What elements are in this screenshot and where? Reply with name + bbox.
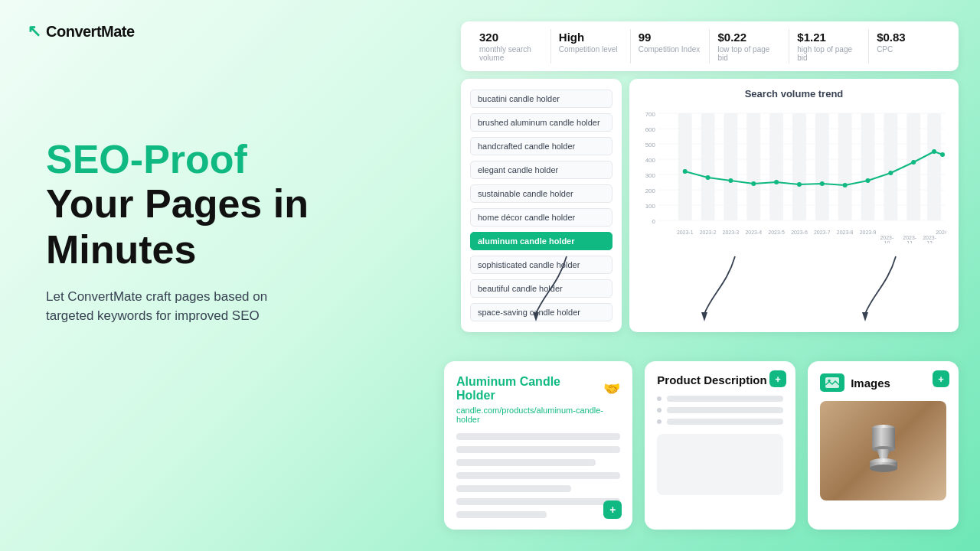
svg-text:2024-1: 2024-1 xyxy=(936,230,946,235)
svg-point-35 xyxy=(843,183,848,187)
svg-rect-17 xyxy=(701,113,715,220)
product-card-url: candle.com/products/aluminum-candle-hold… xyxy=(456,406,620,424)
svg-text:12: 12 xyxy=(926,240,933,243)
svg-rect-20 xyxy=(769,113,783,220)
placeholder-line xyxy=(456,472,620,479)
svg-marker-57 xyxy=(533,312,539,321)
svg-text:2023-9: 2023-9 xyxy=(860,230,877,235)
svg-text:2023-4: 2023-4 xyxy=(745,230,762,235)
placeholder-line xyxy=(456,498,620,505)
placeholder-line xyxy=(456,459,596,466)
desc-bullet xyxy=(657,396,783,402)
keyword-item[interactable]: elegant candle holder xyxy=(470,161,612,179)
svg-point-28 xyxy=(683,169,688,174)
keyword-item[interactable]: home décor candle holder xyxy=(470,208,612,227)
bullet-line xyxy=(667,419,783,425)
svg-text:2023-: 2023- xyxy=(903,235,916,240)
stat-item-2: 99 Competition Index xyxy=(631,29,710,64)
bullet-line xyxy=(667,407,783,413)
stat-item-5: $0.83 CPC xyxy=(869,29,948,64)
chart-title: Search volume trend xyxy=(642,88,946,99)
logo: ↗ ConvertMate xyxy=(28,21,135,41)
placeholder-line xyxy=(456,485,571,492)
svg-text:2023-5: 2023-5 xyxy=(768,230,785,235)
svg-rect-26 xyxy=(906,113,920,220)
svg-rect-21 xyxy=(792,113,806,220)
svg-text:300: 300 xyxy=(645,172,656,179)
svg-text:2023-: 2023- xyxy=(923,235,936,240)
svg-point-40 xyxy=(940,152,945,157)
svg-rect-25 xyxy=(884,113,897,220)
svg-point-32 xyxy=(774,180,779,184)
svg-text:10: 10 xyxy=(884,240,890,243)
bullet-line xyxy=(667,396,783,402)
svg-text:400: 400 xyxy=(645,157,656,164)
svg-text:2023-6: 2023-6 xyxy=(791,230,808,235)
logo-text: ConvertMate xyxy=(46,23,135,41)
svg-rect-16 xyxy=(678,113,692,220)
images-card: + Images xyxy=(808,361,959,530)
svg-rect-24 xyxy=(861,113,875,220)
svg-text:2023-: 2023- xyxy=(880,235,893,240)
svg-rect-27 xyxy=(927,113,941,220)
stat-label: CPC xyxy=(877,45,940,54)
stat-value: $1.21 xyxy=(797,31,861,44)
placeholder-line xyxy=(456,433,620,440)
bullet-dot xyxy=(657,419,662,424)
svg-text:600: 600 xyxy=(645,126,656,133)
hero-title-green: SEO-Proof xyxy=(46,138,429,181)
stat-value: $0.83 xyxy=(877,31,940,44)
hero-title-black: Your Pages in Minutes xyxy=(46,181,429,273)
stat-label: monthly search volume xyxy=(479,45,543,62)
images-card-title: Images xyxy=(851,377,890,390)
stat-value: $0.22 xyxy=(717,31,781,44)
svg-marker-58 xyxy=(701,312,707,321)
cards-row: Aluminum Candle Holder 🤝 candle.com/prod… xyxy=(444,361,959,530)
hero-subtitle: Let ConvertMate craft pages based ontarg… xyxy=(46,287,429,326)
candle-product-image xyxy=(820,401,946,500)
svg-text:2023-7: 2023-7 xyxy=(814,230,831,235)
bullet-dot xyxy=(657,396,662,401)
keyword-item[interactable]: handcrafted candle holder xyxy=(470,137,612,155)
svg-text:700: 700 xyxy=(645,111,656,118)
svg-text:2023-1: 2023-1 xyxy=(677,230,694,235)
product-card: Aluminum Candle Holder 🤝 candle.com/prod… xyxy=(444,361,632,530)
stats-bar: 320 monthly search volumeHigh Competitio… xyxy=(461,21,959,71)
product-card-title: Aluminum Candle Holder 🤝 xyxy=(456,375,620,403)
stat-label: Competition Index xyxy=(639,45,702,54)
logo-icon: ↗ xyxy=(28,21,41,41)
svg-point-31 xyxy=(751,181,756,186)
svg-point-68 xyxy=(870,465,897,472)
image-icon xyxy=(825,377,840,389)
svg-text:100: 100 xyxy=(645,203,656,210)
stat-value: 99 xyxy=(639,31,702,44)
desc-card: + Product Description xyxy=(645,361,795,530)
chart-svg: 700 600 500 400 300 200 100 0 xyxy=(642,106,946,243)
svg-rect-63 xyxy=(872,428,895,449)
svg-marker-59 xyxy=(862,312,868,321)
keyword-item[interactable]: aluminum candle holder xyxy=(470,232,612,250)
images-card-plus-button[interactable]: + xyxy=(933,370,949,387)
keyword-item[interactable]: brushed aluminum candle holder xyxy=(470,113,612,132)
desc-card-title: Product Description xyxy=(657,373,783,386)
desc-card-plus-button[interactable]: + xyxy=(769,370,786,387)
desc-bullet xyxy=(657,419,783,425)
svg-rect-18 xyxy=(724,113,737,220)
product-card-plus-button[interactable]: + xyxy=(603,500,622,519)
svg-text:500: 500 xyxy=(645,142,656,148)
svg-rect-23 xyxy=(838,113,852,220)
stat-label: high top of page bid xyxy=(797,45,861,62)
keyword-item[interactable]: sustainable candle holder xyxy=(470,184,612,203)
stat-item-4: $1.21 high top of page bid xyxy=(789,29,869,64)
images-icon-box xyxy=(820,373,844,392)
svg-point-33 xyxy=(797,182,802,187)
svg-point-37 xyxy=(888,171,893,175)
hand-wave-icon: 🤝 xyxy=(603,380,620,397)
svg-text:2023-3: 2023-3 xyxy=(723,230,740,235)
stat-item-0: 320 monthly search volume xyxy=(472,29,551,64)
keyword-item[interactable]: bucatini candle holder xyxy=(470,90,612,108)
placeholder-line xyxy=(456,446,620,453)
stat-value: 320 xyxy=(479,31,543,44)
stat-label: Competition level xyxy=(559,45,622,54)
product-card-placeholder-lines xyxy=(456,433,620,518)
